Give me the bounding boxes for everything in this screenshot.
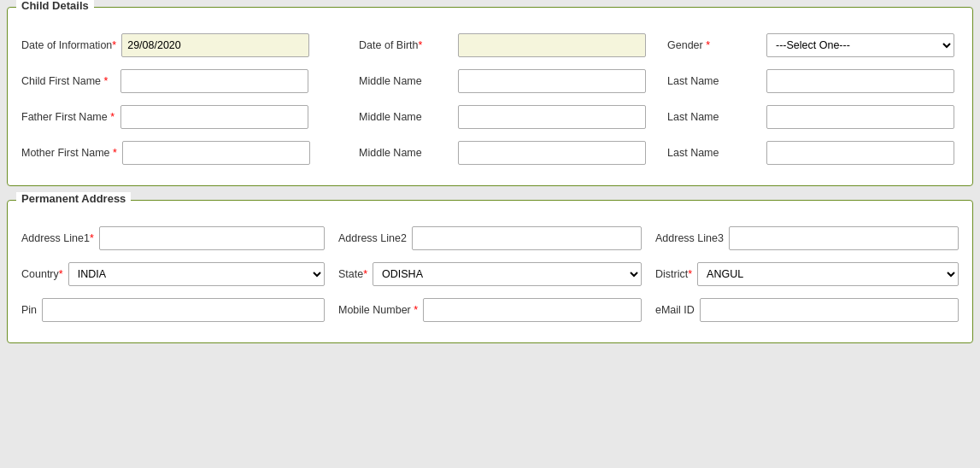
state-select[interactable]: ODISHA bbox=[373, 262, 642, 286]
child-lastname-input[interactable] bbox=[766, 69, 954, 93]
child-firstname-input[interactable] bbox=[120, 69, 308, 93]
father-middlename-input[interactable] bbox=[458, 105, 646, 129]
date-of-info-label: Date of Information* bbox=[21, 39, 116, 51]
addr2-input[interactable] bbox=[412, 226, 642, 250]
mobile-group: Mobile Number * bbox=[338, 298, 642, 322]
child-lastname-label: Last Name bbox=[667, 75, 761, 87]
date-of-birth-label: Date of Birth* bbox=[359, 39, 453, 51]
addr2-label: Address Line2 bbox=[338, 232, 407, 244]
pin-group: Pin bbox=[21, 298, 325, 322]
child-firstname-group: Child First Name * bbox=[21, 69, 342, 93]
father-lastname-group: Last Name bbox=[667, 105, 959, 129]
father-name-row: Father First Name * Middle Name Last Nam… bbox=[21, 105, 959, 129]
addr2-group: Address Line2 bbox=[338, 226, 642, 250]
addr3-label: Address Line3 bbox=[655, 232, 724, 244]
mother-name-row: Mother First Name * Middle Name Last Nam… bbox=[21, 141, 959, 165]
addr1-label: Address Line1* bbox=[21, 232, 94, 244]
mother-firstname-label: Mother First Name * bbox=[21, 147, 117, 159]
country-state-district-row: Country* INDIA State* ODISHA District* A… bbox=[21, 262, 959, 286]
father-firstname-label: Father First Name * bbox=[21, 111, 115, 123]
child-details-legend: Child Details bbox=[16, 0, 94, 12]
mother-lastname-group: Last Name bbox=[667, 141, 959, 165]
child-middlename-group: Middle Name bbox=[359, 69, 650, 93]
mobile-label: Mobile Number * bbox=[338, 304, 418, 316]
addr1-group: Address Line1* bbox=[21, 226, 325, 250]
permanent-address-legend: Permanent Address bbox=[16, 192, 131, 205]
email-input[interactable] bbox=[700, 298, 959, 322]
pin-label: Pin bbox=[21, 304, 37, 316]
mother-firstname-input[interactable] bbox=[122, 141, 310, 165]
country-label: Country* bbox=[21, 268, 63, 280]
district-label: District* bbox=[655, 268, 692, 280]
father-lastname-input[interactable] bbox=[766, 105, 954, 129]
mother-firstname-group: Mother First Name * bbox=[21, 141, 342, 165]
state-group: State* ODISHA bbox=[338, 262, 642, 286]
father-middlename-group: Middle Name bbox=[359, 105, 650, 129]
country-select[interactable]: INDIA bbox=[68, 262, 325, 286]
date-of-birth-group: Date of Birth* bbox=[359, 33, 650, 57]
country-group: Country* INDIA bbox=[21, 262, 325, 286]
mother-middlename-input[interactable] bbox=[458, 141, 646, 165]
mobile-input[interactable] bbox=[423, 298, 642, 322]
email-group: eMail ID bbox=[655, 298, 959, 322]
mother-middlename-group: Middle Name bbox=[359, 141, 650, 165]
child-name-row: Child First Name * Middle Name Last Name bbox=[21, 69, 959, 93]
gender-select[interactable]: ---Select One--- Male Female Other bbox=[766, 33, 954, 57]
date-of-birth-input[interactable] bbox=[458, 33, 646, 57]
child-row-date-gender: Date of Information* Date of Birth* Gend… bbox=[21, 33, 959, 57]
child-firstname-label: Child First Name * bbox=[21, 75, 115, 87]
addr1-input[interactable] bbox=[99, 226, 325, 250]
email-label: eMail ID bbox=[655, 304, 695, 316]
pin-input[interactable] bbox=[42, 298, 325, 322]
child-middlename-label: Middle Name bbox=[359, 75, 453, 87]
date-of-info-input[interactable] bbox=[121, 33, 309, 57]
father-firstname-input[interactable] bbox=[120, 105, 308, 129]
mother-lastname-label: Last Name bbox=[667, 147, 761, 159]
date-of-info-group: Date of Information* bbox=[21, 33, 342, 57]
gender-group: Gender * ---Select One--- Male Female Ot… bbox=[667, 33, 959, 57]
mother-lastname-input[interactable] bbox=[766, 141, 954, 165]
father-firstname-group: Father First Name * bbox=[21, 105, 342, 129]
child-lastname-group: Last Name bbox=[667, 69, 959, 93]
address-lines-row: Address Line1* Address Line2 Address Lin… bbox=[21, 226, 959, 250]
father-lastname-label: Last Name bbox=[667, 111, 761, 123]
state-label: State* bbox=[338, 268, 367, 280]
addr3-group: Address Line3 bbox=[655, 226, 959, 250]
child-middlename-input[interactable] bbox=[458, 69, 646, 93]
district-select[interactable]: ANGUL bbox=[697, 262, 959, 286]
gender-label: Gender * bbox=[667, 39, 761, 51]
father-middlename-label: Middle Name bbox=[359, 111, 453, 123]
mother-middlename-label: Middle Name bbox=[359, 147, 453, 159]
pin-mobile-email-row: Pin Mobile Number * eMail ID bbox=[21, 298, 959, 322]
permanent-address-section: Permanent Address Address Line1* Address… bbox=[7, 200, 973, 343]
addr3-input[interactable] bbox=[729, 226, 959, 250]
child-details-section: Child Details Date of Information* Date … bbox=[7, 7, 973, 186]
district-group: District* ANGUL bbox=[655, 262, 959, 286]
